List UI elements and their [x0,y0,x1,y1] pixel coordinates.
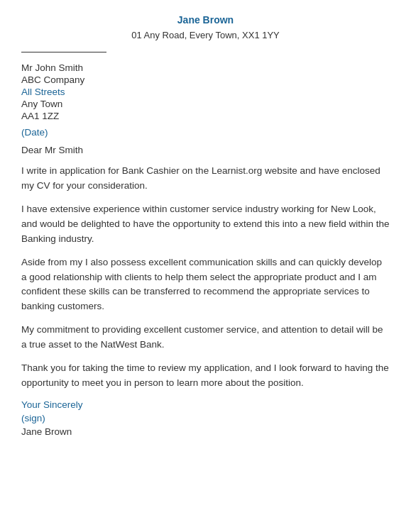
closing: Your Sincerely [21,399,390,410]
header-name: Jane Brown [21,14,390,26]
paragraph-5: Thank you for taking the time to review … [21,361,390,391]
sign: (sign) [21,413,390,423]
salutation: Dear Mr Smith [21,145,390,155]
divider [21,52,106,52]
paragraph-1: I write in application for Bank Cashier … [21,164,390,194]
paragraph-2: I have extensive experience within custo… [21,202,390,247]
recipient-name: Mr John Smith [21,62,390,73]
recipient-block: Mr John Smith ABC Company All Streets An… [21,62,390,121]
recipient-postcode: AA1 1ZZ [21,111,390,121]
recipient-town: Any Town [21,99,390,109]
paragraph-4: My commitment to providing excellent cus… [21,323,390,353]
recipient-street: All Streets [21,87,390,97]
recipient-company: ABC Company [21,74,390,85]
paragraph-3: Aside from my I also possess excellent c… [21,255,390,315]
date-line: (Date) [21,127,390,138]
header-address: 01 Any Road, Every Town, XX1 1YY [21,30,390,40]
footer-name: Jane Brown [21,426,390,437]
